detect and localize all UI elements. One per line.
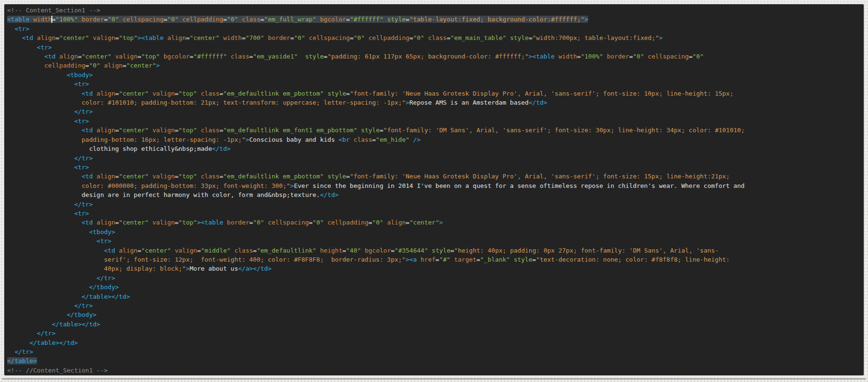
code-line[interactable]: </table></td> xyxy=(7,292,861,301)
code-line[interactable]: design are in perfect harmony with color… xyxy=(7,190,861,199)
code-token: style xyxy=(327,173,346,180)
code-token: class xyxy=(242,16,260,23)
code-token: = xyxy=(138,53,141,60)
matching-tag-highlight: </table> xyxy=(7,357,37,364)
code-token: ><a xyxy=(405,256,420,263)
code-line[interactable]: </tr> xyxy=(7,107,861,116)
code-line[interactable]: <tr> xyxy=(7,79,861,88)
matching-tag-highlight: <table width="100%" border="0" cellspaci… xyxy=(7,16,588,23)
code-line[interactable]: <td align="center" valign="top" bgcolor=… xyxy=(7,52,861,61)
code-line[interactable]: </tr> xyxy=(7,329,861,338)
code-line[interactable]: <tr> xyxy=(7,209,861,218)
code-token: = xyxy=(447,34,451,41)
code-token: cellspacing xyxy=(648,53,689,60)
code-token: <td xyxy=(82,173,97,180)
code-token: "center" xyxy=(190,34,223,41)
code-token: "#ffffff" xyxy=(193,53,230,60)
code-token: bgcolor xyxy=(320,16,346,23)
code-line[interactable]: clothing shop ethically&nbsp;made</td> xyxy=(7,144,861,153)
code-line[interactable]: cellpadding="0" align="center"> xyxy=(7,61,861,70)
code-token: </table></td> xyxy=(52,321,100,328)
code-line[interactable]: serif'; font-size: 12px; font-weight: 40… xyxy=(7,255,861,264)
code-line[interactable]: <tbody> xyxy=(7,70,861,79)
code-line[interactable]: <!-- Content_Section1 --> xyxy=(7,6,861,15)
code-line[interactable]: </tbody> xyxy=(7,310,861,319)
code-token: padding-bottom: 16px; letter-spacing: -1… xyxy=(82,136,246,143)
code-line[interactable]: <td align="center" valign="top" class="e… xyxy=(7,126,861,135)
code-line[interactable]: padding-bottom: 16px; letter-spacing: -1… xyxy=(7,135,861,144)
code-line[interactable]: </table> xyxy=(7,356,861,365)
code-token: "_blank" xyxy=(480,256,513,263)
code-token: align xyxy=(97,90,115,97)
code-line[interactable]: <tr> xyxy=(7,236,861,245)
code-line[interactable]: <tr> xyxy=(7,117,861,126)
code-token: align xyxy=(97,173,115,180)
code-token: </tbody> xyxy=(67,311,97,318)
desktop-background: { "window": { "page_background": "#edece… xyxy=(0,0,868,382)
code-token: = xyxy=(346,16,350,23)
code-line[interactable]: </tr> xyxy=(7,154,861,163)
code-line[interactable]: <td align="center" valign="top"><table b… xyxy=(7,218,861,227)
code-token: Repose AMS is an Amsterdam based xyxy=(409,99,528,106)
code-token: "#ffffff" xyxy=(350,16,387,23)
code-line[interactable]: <tbody> xyxy=(7,227,861,236)
code-token: More about us xyxy=(190,265,238,272)
code-token: </td> xyxy=(320,191,338,198)
code-line[interactable]: <td align="center" valign="top"><table a… xyxy=(7,33,861,42)
code-token: /> xyxy=(409,136,420,143)
code-token: > xyxy=(290,182,294,189)
code-line[interactable]: </tr> xyxy=(7,274,861,283)
code-line[interactable]: </table></td> xyxy=(7,338,861,347)
code-token: align xyxy=(104,62,123,69)
code-line[interactable]: <td align="center" valign="top" class="e… xyxy=(7,172,861,181)
code-token: = xyxy=(52,16,56,23)
code-token: border xyxy=(227,219,249,226)
code-token: align xyxy=(97,219,115,226)
code-line[interactable]: <table width="100%" border="0" cellspaci… xyxy=(7,15,861,24)
code-line[interactable]: </table></td> xyxy=(7,320,861,329)
code-line[interactable]: </tbody> xyxy=(7,283,861,292)
code-token: "40" xyxy=(346,247,365,254)
code-token: > xyxy=(659,34,663,41)
code-token: = xyxy=(435,256,439,263)
code-token: = xyxy=(249,219,253,226)
code-line[interactable]: </tr> xyxy=(7,347,861,356)
code-line[interactable]: <tr> xyxy=(7,24,861,33)
code-token: "em_defaultlink em_pbottom" xyxy=(223,173,327,180)
code-token: <tr> xyxy=(74,164,89,171)
code-token: = xyxy=(56,34,59,41)
code-line[interactable]: <tr> xyxy=(7,43,861,52)
code-token: = xyxy=(324,53,327,60)
code-token: "#" xyxy=(439,256,454,263)
code-line[interactable]: </tr> xyxy=(7,200,861,209)
code-line[interactable]: <tr> xyxy=(7,163,861,172)
code-token: > xyxy=(156,62,160,69)
code-token: "top" xyxy=(178,127,201,134)
code-token: ><table xyxy=(138,34,168,41)
code-token: align xyxy=(387,219,405,226)
code-token: = xyxy=(368,219,372,226)
code-token: <td xyxy=(82,90,97,97)
code-editor[interactable]: <!-- Content_Section1 --><table width="1… xyxy=(4,4,864,376)
code-token: "0" xyxy=(313,219,327,226)
code-token: </tr> xyxy=(74,155,93,162)
code-token: "center" xyxy=(119,173,152,180)
code-token: "top" xyxy=(178,90,201,97)
code-line[interactable]: 40px; display: block;">More about us</a>… xyxy=(7,264,861,273)
code-token: = xyxy=(476,256,480,263)
code-line[interactable]: color: #101010; padding-bottom: 21px; te… xyxy=(7,98,861,107)
code-token: </tr> xyxy=(15,348,33,355)
code-token: "em_full_wrap" xyxy=(264,16,320,23)
code-token: = xyxy=(290,34,294,41)
code-line[interactable]: <td align="center" valign="top" class="e… xyxy=(7,89,861,98)
code-token: "em_defaultlink" xyxy=(256,247,320,254)
code-token: style xyxy=(513,256,532,263)
code-token: </td> xyxy=(212,145,230,152)
code-line[interactable]: <!-- //Content_Section1 --> xyxy=(7,366,861,375)
code-line[interactable]: <td align="center" valign="middle" class… xyxy=(7,246,861,255)
code-token: "font-family: 'Neue Haas Grotesk Display… xyxy=(350,90,733,97)
code-token: "0" xyxy=(108,16,122,23)
code-line[interactable]: color: #000000; padding-bottom: 33px; fo… xyxy=(7,181,861,190)
code-token: style xyxy=(387,16,405,23)
code-line[interactable]: </tr> xyxy=(7,301,861,310)
